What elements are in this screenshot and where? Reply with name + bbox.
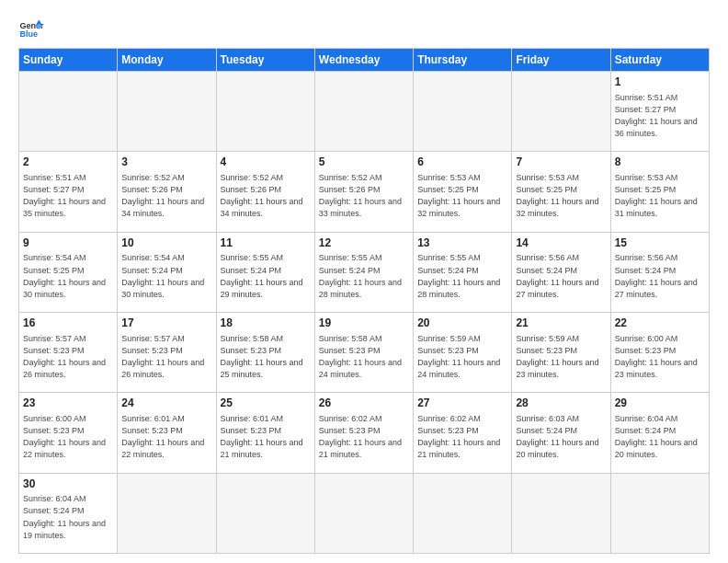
calendar-cell: 25Sunrise: 6:01 AM Sunset: 5:23 PM Dayli… <box>216 393 314 473</box>
date-number: 9 <box>23 236 113 251</box>
date-number: 30 <box>23 477 113 492</box>
calendar-cell: 14Sunrise: 5:56 AM Sunset: 5:24 PM Dayli… <box>512 232 610 312</box>
day-info: Sunrise: 5:54 AM Sunset: 5:25 PM Dayligh… <box>23 252 113 300</box>
calendar-cell <box>414 473 512 553</box>
calendar-cell: 3Sunrise: 5:52 AM Sunset: 5:26 PM Daylig… <box>118 152 216 232</box>
day-info: Sunrise: 5:58 AM Sunset: 5:23 PM Dayligh… <box>319 333 409 381</box>
day-info: Sunrise: 5:53 AM Sunset: 5:25 PM Dayligh… <box>417 172 507 220</box>
date-number: 1 <box>615 75 705 90</box>
date-number: 17 <box>121 316 211 331</box>
calendar-cell: 19Sunrise: 5:58 AM Sunset: 5:23 PM Dayli… <box>314 312 413 392</box>
calendar-cell: 6Sunrise: 5:53 AM Sunset: 5:25 PM Daylig… <box>414 152 512 232</box>
day-info: Sunrise: 6:04 AM Sunset: 5:24 PM Dayligh… <box>615 413 705 461</box>
day-info: Sunrise: 5:53 AM Sunset: 5:25 PM Dayligh… <box>615 172 705 220</box>
calendar-week-5: 23Sunrise: 6:00 AM Sunset: 5:23 PM Dayli… <box>19 393 710 473</box>
calendar-cell <box>610 473 709 553</box>
day-info: Sunrise: 6:02 AM Sunset: 5:23 PM Dayligh… <box>319 413 409 461</box>
date-number: 13 <box>417 236 507 251</box>
date-number: 10 <box>121 236 211 251</box>
day-info: Sunrise: 6:00 AM Sunset: 5:23 PM Dayligh… <box>615 333 705 381</box>
calendar-cell <box>314 473 413 553</box>
day-info: Sunrise: 5:54 AM Sunset: 5:24 PM Dayligh… <box>121 252 211 300</box>
day-info: Sunrise: 6:01 AM Sunset: 5:23 PM Dayligh… <box>221 413 311 461</box>
calendar-week-6: 30Sunrise: 6:04 AM Sunset: 5:24 PM Dayli… <box>19 473 710 553</box>
calendar-cell: 12Sunrise: 5:55 AM Sunset: 5:24 PM Dayli… <box>314 232 413 312</box>
day-info: Sunrise: 6:00 AM Sunset: 5:23 PM Dayligh… <box>23 413 113 461</box>
logo-icon: General Blue <box>18 15 44 40</box>
date-number: 26 <box>319 396 409 411</box>
date-number: 5 <box>319 155 409 170</box>
calendar-week-3: 9Sunrise: 5:54 AM Sunset: 5:25 PM Daylig… <box>19 232 710 312</box>
date-number: 28 <box>516 396 606 411</box>
calendar-cell <box>512 72 610 152</box>
day-info: Sunrise: 5:52 AM Sunset: 5:26 PM Dayligh… <box>121 172 211 220</box>
weekday-monday: Monday <box>118 49 216 72</box>
calendar-cell: 22Sunrise: 6:00 AM Sunset: 5:23 PM Dayli… <box>610 312 709 392</box>
date-number: 29 <box>615 396 705 411</box>
date-number: 21 <box>516 316 606 331</box>
date-number: 19 <box>319 316 409 331</box>
day-info: Sunrise: 5:59 AM Sunset: 5:23 PM Dayligh… <box>417 333 507 381</box>
calendar-cell: 2Sunrise: 5:51 AM Sunset: 5:27 PM Daylig… <box>19 152 118 232</box>
date-number: 12 <box>319 236 409 251</box>
calendar-cell: 26Sunrise: 6:02 AM Sunset: 5:23 PM Dayli… <box>314 393 413 473</box>
day-info: Sunrise: 5:57 AM Sunset: 5:23 PM Dayligh… <box>23 333 113 381</box>
calendar-cell: 11Sunrise: 5:55 AM Sunset: 5:24 PM Dayli… <box>216 232 314 312</box>
calendar-cell: 29Sunrise: 6:04 AM Sunset: 5:24 PM Dayli… <box>610 393 709 473</box>
header: General Blue <box>18 15 710 40</box>
calendar-cell: 16Sunrise: 5:57 AM Sunset: 5:23 PM Dayli… <box>19 312 118 392</box>
date-number: 25 <box>221 396 311 411</box>
calendar-cell: 7Sunrise: 5:53 AM Sunset: 5:25 PM Daylig… <box>512 152 610 232</box>
day-info: Sunrise: 5:56 AM Sunset: 5:24 PM Dayligh… <box>615 252 705 300</box>
weekday-sunday: Sunday <box>19 49 118 72</box>
day-info: Sunrise: 6:04 AM Sunset: 5:24 PM Dayligh… <box>23 493 113 541</box>
weekday-friday: Friday <box>512 49 610 72</box>
date-number: 6 <box>417 155 507 170</box>
day-info: Sunrise: 5:58 AM Sunset: 5:23 PM Dayligh… <box>221 333 311 381</box>
calendar-cell: 9Sunrise: 5:54 AM Sunset: 5:25 PM Daylig… <box>19 232 118 312</box>
date-number: 27 <box>417 396 507 411</box>
date-number: 20 <box>417 316 507 331</box>
calendar-cell: 20Sunrise: 5:59 AM Sunset: 5:23 PM Dayli… <box>414 312 512 392</box>
date-number: 2 <box>23 155 113 170</box>
calendar-cell: 17Sunrise: 5:57 AM Sunset: 5:23 PM Dayli… <box>118 312 216 392</box>
calendar-cell <box>314 72 413 152</box>
day-info: Sunrise: 5:55 AM Sunset: 5:24 PM Dayligh… <box>417 252 507 300</box>
day-info: Sunrise: 5:52 AM Sunset: 5:26 PM Dayligh… <box>319 172 409 220</box>
weekday-thursday: Thursday <box>414 49 512 72</box>
calendar-cell: 10Sunrise: 5:54 AM Sunset: 5:24 PM Dayli… <box>118 232 216 312</box>
calendar-cell <box>414 72 512 152</box>
date-number: 23 <box>23 396 113 411</box>
svg-text:Blue: Blue <box>19 29 38 39</box>
calendar-cell: 18Sunrise: 5:58 AM Sunset: 5:23 PM Dayli… <box>216 312 314 392</box>
calendar-cell: 28Sunrise: 6:03 AM Sunset: 5:24 PM Dayli… <box>512 393 610 473</box>
date-number: 3 <box>121 155 211 170</box>
calendar-cell: 4Sunrise: 5:52 AM Sunset: 5:26 PM Daylig… <box>216 152 314 232</box>
date-number: 14 <box>516 236 606 251</box>
calendar-cell <box>216 473 314 553</box>
weekday-header-row: SundayMondayTuesdayWednesdayThursdayFrid… <box>19 49 710 72</box>
calendar-cell: 21Sunrise: 5:59 AM Sunset: 5:23 PM Dayli… <box>512 312 610 392</box>
calendar-cell: 15Sunrise: 5:56 AM Sunset: 5:24 PM Dayli… <box>610 232 709 312</box>
day-info: Sunrise: 6:03 AM Sunset: 5:24 PM Dayligh… <box>516 413 606 461</box>
page: General Blue SundayMondayTuesdayWednesda… <box>0 0 728 563</box>
calendar-cell: 5Sunrise: 5:52 AM Sunset: 5:26 PM Daylig… <box>314 152 413 232</box>
calendar-cell: 8Sunrise: 5:53 AM Sunset: 5:25 PM Daylig… <box>610 152 709 232</box>
day-info: Sunrise: 5:53 AM Sunset: 5:25 PM Dayligh… <box>516 172 606 220</box>
weekday-wednesday: Wednesday <box>314 49 413 72</box>
calendar-week-2: 2Sunrise: 5:51 AM Sunset: 5:27 PM Daylig… <box>19 152 710 232</box>
date-number: 22 <box>615 316 705 331</box>
date-number: 18 <box>221 316 311 331</box>
calendar-cell: 1Sunrise: 5:51 AM Sunset: 5:27 PM Daylig… <box>610 72 709 152</box>
day-info: Sunrise: 5:51 AM Sunset: 5:27 PM Dayligh… <box>615 92 705 140</box>
calendar-cell: 24Sunrise: 6:01 AM Sunset: 5:23 PM Dayli… <box>118 393 216 473</box>
day-info: Sunrise: 5:56 AM Sunset: 5:24 PM Dayligh… <box>516 252 606 300</box>
weekday-saturday: Saturday <box>610 49 709 72</box>
day-info: Sunrise: 6:02 AM Sunset: 5:23 PM Dayligh… <box>417 413 507 461</box>
day-info: Sunrise: 5:55 AM Sunset: 5:24 PM Dayligh… <box>319 252 409 300</box>
calendar-cell <box>19 72 118 152</box>
logo: General Blue <box>18 15 44 40</box>
calendar-cell: 30Sunrise: 6:04 AM Sunset: 5:24 PM Dayli… <box>19 473 118 553</box>
calendar-cell <box>512 473 610 553</box>
calendar-week-4: 16Sunrise: 5:57 AM Sunset: 5:23 PM Dayli… <box>19 312 710 392</box>
